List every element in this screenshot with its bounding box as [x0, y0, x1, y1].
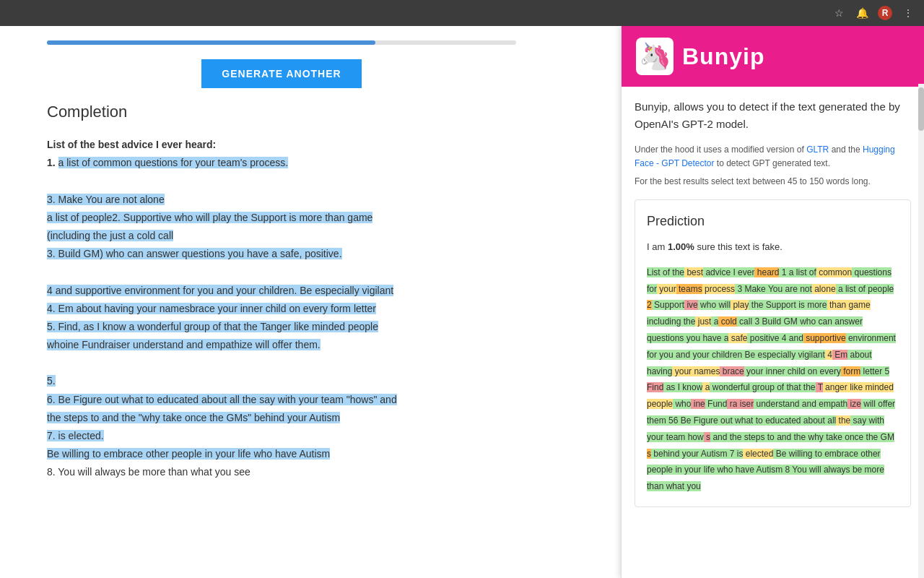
pred-token: 4: [779, 333, 786, 343]
line-13: the steps to and the "why take once the …: [47, 409, 516, 427]
line-14: 7. is elected.: [47, 427, 516, 445]
pred-token: ine: [691, 399, 705, 409]
pred-token: especially: [755, 350, 796, 360]
highlighted-text-6: 4 and supportive environment for you and…: [47, 285, 393, 296]
pred-token: environment: [846, 333, 896, 343]
pred-token: and: [787, 333, 803, 343]
line-10: whoine Fundraiser understand and empathi…: [47, 336, 516, 354]
pred-token: your: [690, 350, 710, 360]
pred-token: and: [674, 350, 690, 360]
pred-token: is: [734, 449, 743, 459]
pred-token: not: [798, 284, 812, 294]
pred-token: Figure: [691, 415, 718, 426]
panel-tip: For the best results select text between…: [635, 175, 911, 188]
pred-token: child: [785, 366, 806, 376]
prediction-title: Prediction: [647, 212, 899, 231]
pred-token: T: [816, 382, 823, 392]
gltr-link[interactable]: GLTR: [806, 144, 829, 155]
pred-token: having: [647, 366, 672, 376]
info-end-text: to detect GPT generated text.: [717, 158, 830, 168]
pred-token: list: [843, 284, 856, 294]
pred-token: children: [710, 350, 742, 360]
pred-token: are: [783, 284, 798, 294]
pred-token: 4: [825, 350, 832, 360]
pred-token: take: [824, 432, 842, 442]
pred-token: and: [775, 432, 791, 442]
pred-token: to: [764, 432, 774, 442]
pred-token: elected: [743, 449, 773, 459]
pred-token: of: [775, 382, 784, 392]
line-11: 5.: [47, 372, 516, 390]
pred-token: best: [684, 267, 703, 277]
pred-token: every: [817, 366, 841, 376]
pred-token: Fund: [705, 399, 728, 409]
pred-token: minded: [863, 382, 894, 392]
pred-token: Be: [742, 350, 755, 360]
scrollbar-track: [918, 84, 924, 578]
scrollbar-thumb[interactable]: [918, 87, 924, 131]
pred-token: on: [806, 366, 818, 376]
pred-token: team: [663, 432, 685, 442]
pred-token: You: [790, 465, 806, 475]
line-2: 1. a list of common questions for your t…: [47, 154, 516, 172]
pred-token: will: [861, 399, 876, 409]
pred-token: including: [647, 316, 681, 327]
pred-token: Support: [763, 300, 796, 310]
pred-token: supportive: [803, 333, 846, 343]
pred-token: s: [704, 432, 710, 442]
line-6: 3. Build GM) who can answer questions yo…: [47, 245, 516, 263]
highlighted-text-10: 5.: [47, 375, 56, 387]
pred-token: safe: [728, 333, 747, 343]
pred-token: the: [670, 267, 684, 277]
pred-token: ize: [847, 399, 861, 409]
progress-bar-container: [47, 40, 516, 45]
line-4: a list of people2. Supportive who will p…: [47, 209, 516, 227]
pred-token: the: [801, 382, 816, 392]
bell-icon[interactable]: 🔔: [855, 6, 869, 20]
certainty-value: 1.00%: [668, 241, 694, 252]
pred-token: have: [733, 465, 754, 475]
pred-token: behind: [651, 449, 679, 459]
line-1: List of the best advice I ever heard:: [47, 136, 516, 154]
pred-token: of: [856, 284, 866, 294]
pred-token: them: [647, 415, 666, 426]
pred-token: your: [682, 465, 702, 475]
line-7: 4 and supportive environment for you and…: [47, 282, 516, 300]
pred-token: educated: [763, 415, 801, 426]
menu-icon[interactable]: ⋮: [901, 6, 915, 20]
pred-token: 3: [735, 284, 742, 294]
line-8: 4. Em about having your namesbrace your …: [47, 300, 516, 318]
pred-token: out: [718, 415, 733, 426]
highlighted-text-14: Be willing to embrace other people in yo…: [47, 448, 330, 460]
star-icon[interactable]: ☆: [832, 6, 846, 20]
pred-token: always: [821, 465, 850, 475]
pred-token: more: [862, 465, 884, 475]
prediction-text: List of the best advice I ever heard 1 a…: [647, 264, 899, 495]
pred-token: Build: [759, 316, 781, 327]
pred-token: Be: [773, 449, 786, 459]
prediction-certainty: I am 1.00% sure this text is fake.: [647, 240, 899, 254]
pred-token: letter: [860, 366, 882, 376]
pred-token: 3: [752, 316, 759, 327]
pred-token: your: [744, 366, 764, 376]
pred-token: will: [716, 300, 731, 310]
pred-token: be: [850, 465, 863, 475]
progress-bar-fill: [47, 40, 375, 45]
pred-token: process: [702, 284, 735, 294]
browser-toolbar: ☆ 🔔 R ⋮: [0, 0, 924, 26]
pred-token: people: [647, 465, 673, 475]
pred-token: 56: [666, 415, 679, 426]
line-9: 5. Find, as I know a wonderful group of …: [47, 318, 516, 336]
panel-body[interactable]: Bunyip, allows you to detect if the text…: [622, 87, 924, 578]
pred-token: GM: [878, 432, 894, 442]
user-avatar[interactable]: R: [878, 6, 892, 20]
pred-token: iser: [737, 399, 754, 409]
highlighted-text-1: a list of common questions for your team…: [58, 157, 289, 168]
bold-heading: List of the best advice I ever heard:: [47, 139, 216, 150]
pred-token: of: [807, 267, 816, 277]
generate-another-button[interactable]: GENERATE ANOTHER: [201, 59, 361, 88]
pred-token: Find: [647, 382, 663, 392]
pred-token: list: [794, 267, 807, 277]
spacer-1: [47, 172, 516, 190]
line-16: 8. You will always be more than what you…: [47, 463, 516, 481]
